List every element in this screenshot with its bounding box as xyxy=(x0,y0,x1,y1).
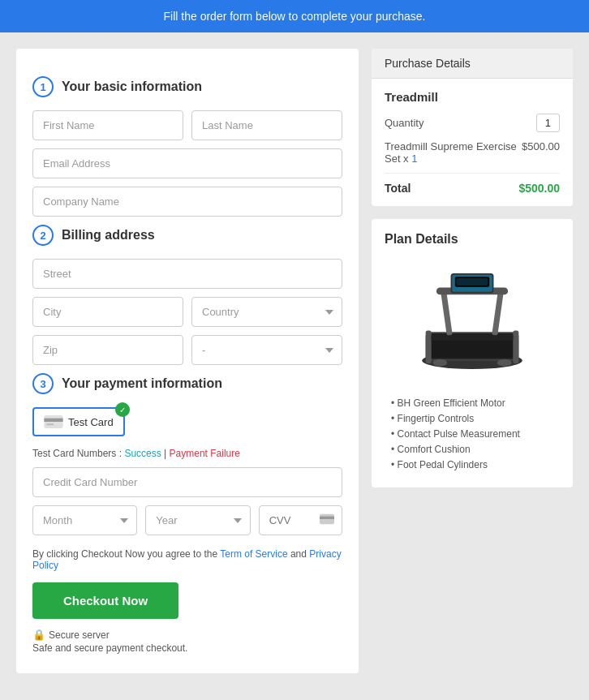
payment-section: 3 Your payment information Test Card ✓ T… xyxy=(32,373,342,535)
step3-circle: 3 xyxy=(32,373,54,394)
total-label: Total xyxy=(385,182,411,195)
credit-card-row xyxy=(32,467,342,497)
svg-rect-4 xyxy=(320,516,334,518)
state-select[interactable]: - xyxy=(191,335,342,365)
lock-icon: 🔒 xyxy=(32,629,45,641)
right-panel: Purchase Details Treadmill Quantity 1 Tr… xyxy=(372,49,573,673)
plan-feature-item: Comfort Cushion xyxy=(385,444,560,455)
svg-rect-17 xyxy=(457,278,488,286)
credit-card-icon xyxy=(44,415,63,428)
billing-section: 2 Billing address Country - xyxy=(32,225,342,365)
svg-rect-2 xyxy=(46,423,54,425)
main-content: 1 Your basic information 2 Bi xyxy=(0,32,589,689)
cvv-row: Month 01020304 05060708 09101112 Year 20… xyxy=(32,505,342,535)
plan-details-title: Plan Details xyxy=(385,232,560,247)
country-select[interactable]: Country xyxy=(191,297,342,327)
treadmill-image xyxy=(385,256,560,386)
first-name-input[interactable] xyxy=(32,110,183,140)
quantity-row: Quantity 1 xyxy=(385,114,560,132)
product-line-text: Treadmill Supreme Exercise Set x 1 xyxy=(385,140,522,165)
success-link[interactable]: Success xyxy=(124,448,161,459)
city-input[interactable] xyxy=(32,297,183,327)
city-country-row: Country xyxy=(32,297,342,327)
svg-rect-10 xyxy=(513,330,518,363)
quantity-label: Quantity xyxy=(385,117,423,129)
svg-point-18 xyxy=(432,359,447,367)
secure-info: 🔒 Secure server Safe and secure payment … xyxy=(32,629,342,654)
total-row: Total $500.00 xyxy=(385,182,560,195)
page-wrapper: Fill the order form below to complete yo… xyxy=(0,0,589,689)
plan-feature-item: Foot Pedal Cylinders xyxy=(385,459,560,470)
year-select[interactable]: Year 20242025202620272028 xyxy=(145,505,250,535)
product-line-row: Treadmill Supreme Exercise Set x 1 $500.… xyxy=(385,140,560,174)
checkout-button[interactable]: Checkout Now xyxy=(32,582,178,619)
company-input[interactable] xyxy=(32,187,342,217)
zip-state-row: - xyxy=(32,335,342,365)
street-input[interactable] xyxy=(32,259,342,289)
name-row xyxy=(32,110,342,140)
svg-rect-9 xyxy=(426,330,432,363)
top-banner: Fill the order form below to complete yo… xyxy=(0,0,589,32)
step3-header: 3 Your payment information xyxy=(32,373,342,394)
test-card-info: Test Card Numbers : Success | Payment Fa… xyxy=(32,448,342,459)
product-price: $500.00 xyxy=(522,140,560,165)
banner-text: Fill the order form below to complete yo… xyxy=(164,10,426,23)
step2-circle: 2 xyxy=(32,225,54,246)
cvv-card-icon xyxy=(320,513,334,528)
purchase-details-body: Treadmill Quantity 1 Treadmill Supreme E… xyxy=(372,79,573,206)
credit-card-input[interactable] xyxy=(32,467,342,497)
zip-input[interactable] xyxy=(32,335,183,365)
step1-circle: 1 xyxy=(32,76,54,97)
svg-point-19 xyxy=(497,359,512,367)
last-name-input[interactable] xyxy=(191,110,342,140)
svg-rect-20 xyxy=(431,335,514,341)
tos-link[interactable]: Term of Service xyxy=(220,548,287,560)
card-check-icon: ✓ xyxy=(115,402,130,417)
failure-link[interactable]: Payment Failure xyxy=(170,448,240,459)
lock-line: 🔒 Secure server xyxy=(32,629,342,641)
svg-rect-11 xyxy=(441,289,453,336)
email-input[interactable] xyxy=(32,148,342,178)
company-row xyxy=(32,187,342,217)
step1-header: 1 Your basic information xyxy=(32,76,342,97)
quantity-value: 1 xyxy=(536,114,560,132)
card-label: Test Card xyxy=(68,416,114,428)
plan-feature-item: BH Green Efficient Motor xyxy=(385,397,560,409)
plan-details-box: Plan Details xyxy=(372,219,573,487)
step3-title: Your payment information xyxy=(62,376,222,391)
svg-rect-1 xyxy=(44,419,62,422)
test-card-option[interactable]: Test Card ✓ xyxy=(32,407,125,436)
plan-features: BH Green Efficient MotorFingertip Contro… xyxy=(385,397,560,470)
month-select[interactable]: Month 01020304 05060708 09101112 xyxy=(32,505,137,535)
total-amount: $500.00 xyxy=(518,182,560,195)
purchase-details-box: Purchase Details Treadmill Quantity 1 Tr… xyxy=(372,49,573,206)
svg-rect-12 xyxy=(492,289,504,336)
step1-title: Your basic information xyxy=(62,79,202,94)
left-panel: 1 Your basic information 2 Bi xyxy=(16,49,359,673)
step2-header: 2 Billing address xyxy=(32,225,342,246)
cvv-wrap xyxy=(259,505,342,535)
plan-feature-item: Contact Pulse Measurement xyxy=(385,428,560,440)
tos-text: By clicking Checkout Now you agree to th… xyxy=(32,548,342,571)
product-name: Treadmill xyxy=(385,90,560,104)
treadmill-svg xyxy=(399,260,545,382)
street-row xyxy=(32,259,342,289)
step2-title: Billing address xyxy=(62,228,155,243)
plan-feature-item: Fingertip Controls xyxy=(385,413,560,424)
email-row xyxy=(32,148,342,178)
purchase-details-header: Purchase Details xyxy=(372,49,573,79)
product-link[interactable]: 1 xyxy=(411,152,417,165)
